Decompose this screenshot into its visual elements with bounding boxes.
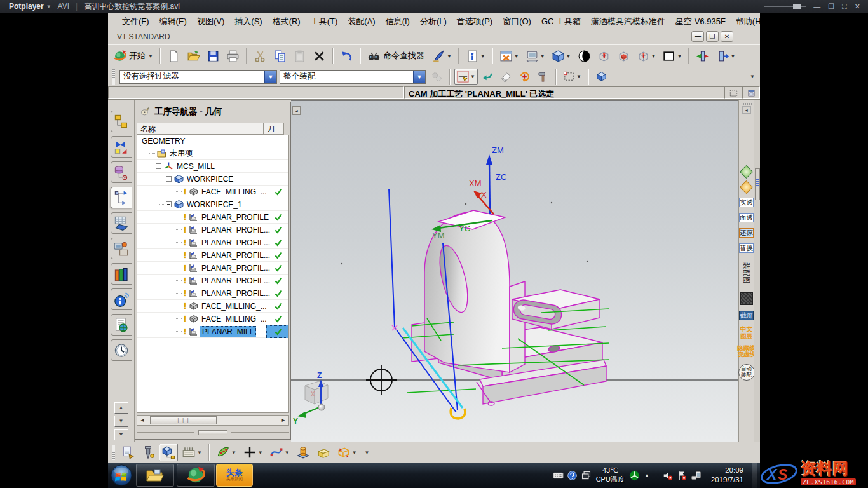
constraint-navigator-tab[interactable] (111, 136, 132, 158)
toolbar-overflow-icon[interactable]: ▼ (365, 450, 370, 456)
restore-button[interactable]: ❐ (828, 3, 834, 10)
help-tray-icon[interactable] (567, 470, 578, 481)
network-tray-icon[interactable] (691, 470, 702, 481)
machining-method-view-button[interactable]: ▼ (179, 444, 205, 461)
diamond-green-button[interactable] (740, 165, 753, 179)
selection-scope-dropdown[interactable]: 整个装配 ▼ (280, 70, 426, 84)
scrollbar-thumb[interactable]: ❘❘❘ (150, 416, 217, 424)
point-button[interactable]: ▼ (240, 444, 266, 461)
erase-button[interactable] (498, 69, 515, 85)
tray-expand-icon[interactable]: ▲ (644, 473, 649, 478)
tree-row-planar-profil-[interactable]: !PLANAR_PROFIL... (137, 236, 288, 249)
tree-row-planar-mill[interactable]: !PLANAR_MILL (137, 325, 288, 338)
menu-item-2[interactable]: 视图(V) (192, 14, 229, 29)
menu-item-8[interactable]: 分析(L) (415, 14, 452, 29)
bounding-body-button[interactable]: ▼ (334, 444, 360, 461)
menu-item-5[interactable]: 工具(T) (306, 14, 343, 29)
close-button[interactable]: ✕ (855, 3, 860, 10)
face-translucent-button[interactable]: 面透 (739, 213, 754, 222)
nx-close-button[interactable]: ✕ (721, 31, 733, 42)
tree-row-planar-profil-[interactable]: !PLANAR_PROFIL... (137, 287, 288, 300)
point-set-button[interactable]: ▼ (214, 444, 239, 461)
minimize-button[interactable]: — (813, 3, 820, 10)
mute-tray-icon[interactable] (663, 470, 674, 481)
orient-button[interactable] (516, 69, 533, 85)
graphics-viewport[interactable]: ◄ (291, 100, 738, 442)
select-point-button[interactable]: ▼ (454, 69, 478, 85)
tree-row-face-milling-[interactable]: !FACE_MILLING_... (137, 300, 288, 313)
start-button[interactable] (108, 463, 135, 488)
command-finder-button[interactable]: 命令查找器 (365, 48, 428, 65)
reuse-library-tab[interactable] (111, 263, 132, 285)
menu-item-11[interactable]: GC 工具箱 (536, 14, 586, 29)
paste-button[interactable] (290, 48, 309, 65)
keyboard-tray-icon[interactable] (553, 470, 564, 481)
toutiao-taskbar-button[interactable]: 头条 头条新闻 (216, 464, 253, 487)
tree-row-face-milling-[interactable]: !FACE_MILLING_... (137, 186, 288, 198)
chevron-down-icon[interactable]: ▼ (413, 71, 425, 83)
nx-restore-button[interactable]: ❐ (706, 31, 719, 42)
auto-assembly-button[interactable]: 自动装配 (738, 364, 755, 381)
start-button[interactable]: 开始▼ (111, 48, 156, 65)
tree-row-planar-profile[interactable]: !PLANAR_PROFILE (137, 211, 288, 224)
volume-slider-thumb[interactable] (793, 4, 801, 9)
solid-select-button[interactable] (593, 69, 610, 85)
fit-window-button[interactable]: ▼ (497, 48, 522, 65)
selection-filter-dropdown[interactable]: 没有选择过滤器 ▼ (119, 70, 277, 84)
nx-taskbar-button[interactable] (177, 464, 215, 487)
integrated-browser-tab[interactable] (111, 238, 132, 259)
navigator-hscrollbar[interactable]: ◄ ❘❘❘ ► (137, 415, 289, 426)
menu-item-1[interactable]: 编辑(E) (154, 14, 192, 29)
operation-navigator-tab[interactable] (111, 187, 132, 208)
menu-item-9[interactable]: 首选项(P) (452, 14, 498, 29)
shaded-view-button[interactable]: ▼ (549, 48, 574, 65)
open-button[interactable] (184, 48, 203, 65)
show-wcs-button[interactable] (595, 48, 613, 65)
fullscreen-button[interactable]: ⛶ (842, 3, 847, 10)
restore-button[interactable]: 还原 (739, 228, 754, 238)
tools-button[interactable] (534, 69, 552, 85)
toolbar-grip[interactable] (742, 103, 752, 105)
tree-row-face-milling-[interactable]: !FACE_MILLING_... (137, 313, 288, 325)
hidden-line-button[interactable]: 隐藏线变虚线 (737, 345, 756, 358)
scroll-end-icon[interactable]: ⏷ (114, 429, 128, 440)
display-mode-button[interactable]: ▼ (523, 48, 548, 65)
tree-row--[interactable]: 未用项 (137, 147, 288, 160)
chinese-layer-button[interactable]: 中文图层 (740, 326, 752, 339)
nx-minimize-button[interactable]: — (691, 31, 704, 42)
background-color-button[interactable]: ▼ (660, 48, 684, 65)
prompt-window-button[interactable] (742, 86, 760, 99)
cpu-temp-indicator[interactable]: 43℃ CPU温度 (596, 466, 625, 484)
scroll-right-icon[interactable]: ► (278, 416, 288, 425)
chevron-down-icon[interactable]: ▼ (264, 71, 276, 83)
program-order-view-button[interactable] (118, 444, 137, 461)
cut-button[interactable] (251, 48, 269, 65)
save-button[interactable] (204, 48, 222, 65)
tree-row-planar-profil-[interactable]: !PLANAR_PROFIL... (137, 274, 288, 287)
geometry-view-button[interactable] (159, 444, 178, 461)
information-button[interactable]: ▼ (463, 48, 488, 65)
menu-item-0[interactable]: 文件(F) (117, 14, 154, 29)
enter-drafting-button[interactable]: ▼ (713, 48, 738, 65)
block-button[interactable] (314, 444, 333, 461)
gutter-handle[interactable] (198, 430, 227, 435)
tree-row-mcs-mill[interactable]: MCS_MILL (137, 160, 288, 173)
print-button[interactable] (224, 48, 242, 65)
hd3d-tools-tab[interactable] (111, 288, 132, 310)
scrollbar-thumb[interactable] (755, 168, 760, 200)
part-navigator-tab[interactable] (111, 161, 132, 183)
diamond-orange-button[interactable] (740, 180, 753, 194)
flag-tray-icon[interactable] (677, 470, 688, 481)
tree-row-planar-profil-[interactable]: !PLANAR_PROFIL... (137, 262, 288, 274)
copy-button[interactable] (271, 48, 289, 65)
volume-slider[interactable] (764, 6, 806, 7)
replace-button[interactable]: 替换 (739, 243, 754, 253)
toolbar-overflow-icon[interactable]: ▼ (750, 74, 755, 79)
collapse-icon[interactable] (166, 176, 172, 182)
screen-capture-button[interactable]: 截屏 (739, 311, 754, 320)
delete-button[interactable] (310, 48, 329, 65)
rect-select-button[interactable]: ▼ (560, 69, 584, 85)
back-button[interactable] (479, 69, 496, 85)
column-toolpath[interactable]: 刀轨 (264, 123, 284, 135)
collapse-left-icon[interactable]: ◄ (742, 106, 751, 114)
